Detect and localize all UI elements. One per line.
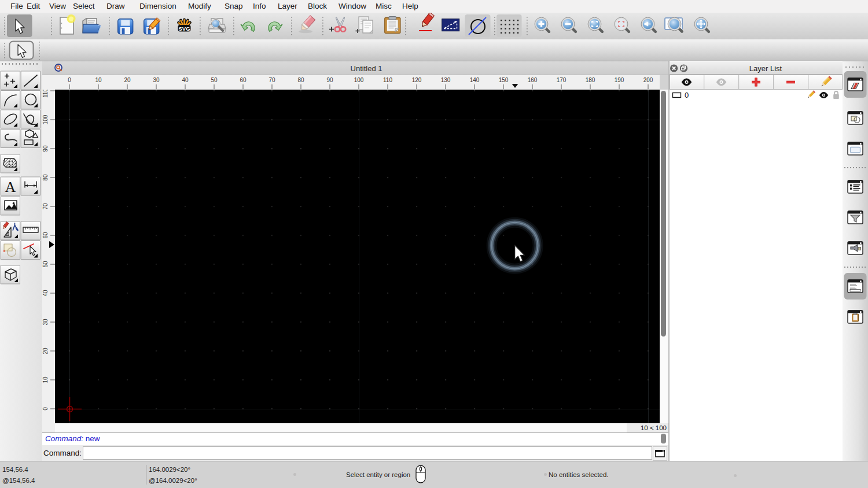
svg-text:60: 60 bbox=[240, 77, 247, 83]
svg-text:60: 60 bbox=[42, 232, 49, 239]
svg-text:20: 20 bbox=[124, 77, 131, 83]
svg-text:30: 30 bbox=[153, 77, 160, 83]
svg-text:110: 110 bbox=[42, 90, 49, 98]
svg-text:30: 30 bbox=[42, 319, 49, 326]
svg-text:10: 10 bbox=[95, 77, 102, 83]
svg-text:0: 0 bbox=[42, 407, 49, 411]
svg-text:50: 50 bbox=[42, 261, 49, 268]
svg-text:200: 200 bbox=[643, 77, 653, 83]
svg-text:0: 0 bbox=[68, 77, 71, 83]
svg-text:50: 50 bbox=[211, 77, 218, 83]
svg-text:0: 0 bbox=[685, 91, 689, 99]
svg-text:A: A bbox=[5, 179, 16, 195]
svg-text:110: 110 bbox=[383, 77, 392, 83]
svg-text:70: 70 bbox=[42, 203, 49, 210]
svg-text:190: 190 bbox=[615, 77, 624, 83]
svg-text:90: 90 bbox=[42, 145, 49, 152]
svg-text:130: 130 bbox=[441, 77, 451, 83]
svg-text:100: 100 bbox=[42, 114, 49, 124]
svg-text:170: 170 bbox=[557, 77, 567, 83]
svg-text:100: 100 bbox=[354, 77, 364, 83]
svg-text:80: 80 bbox=[42, 174, 49, 181]
svg-text:90: 90 bbox=[326, 77, 333, 83]
svg-text:120: 120 bbox=[412, 77, 422, 83]
svg-text:160: 160 bbox=[528, 77, 538, 83]
svg-text:180: 180 bbox=[586, 77, 595, 83]
svg-text:150: 150 bbox=[499, 77, 509, 83]
svg-text:SVG: SVG bbox=[178, 25, 190, 32]
svg-text:40: 40 bbox=[182, 77, 189, 83]
svg-text:10: 10 bbox=[42, 376, 49, 383]
svg-text:40: 40 bbox=[42, 290, 49, 297]
svg-text:20: 20 bbox=[42, 347, 49, 354]
svg-text:140: 140 bbox=[470, 77, 480, 83]
svg-text:70: 70 bbox=[269, 77, 275, 83]
svg-text:80: 80 bbox=[297, 77, 304, 83]
